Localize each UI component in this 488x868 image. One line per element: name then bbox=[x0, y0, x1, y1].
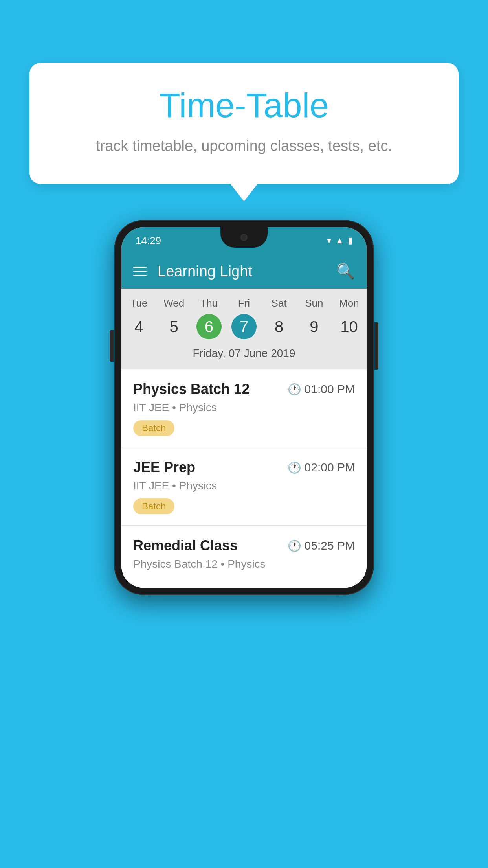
battery-icon: ▮ bbox=[348, 235, 352, 246]
notch-cutout bbox=[220, 227, 268, 248]
item-time-2: 🕐 02:00 PM bbox=[288, 461, 355, 474]
item-title-2: JEE Prep bbox=[133, 459, 195, 476]
phone-mockup: 14:29 ▾ ▲ ▮ Learning Light 🔍 bbox=[114, 220, 374, 595]
day-6-today[interactable]: 6 bbox=[196, 314, 222, 339]
schedule-list: Physics Batch 12 🕐 01:00 PM IIT JEE • Ph… bbox=[121, 369, 367, 588]
schedule-item-2[interactable]: JEE Prep 🕐 02:00 PM IIT JEE • Physics Ba… bbox=[121, 447, 367, 526]
search-icon[interactable]: 🔍 bbox=[336, 263, 355, 280]
day-header-thu: Thu bbox=[191, 296, 226, 311]
phone-outer: 14:29 ▾ ▲ ▮ Learning Light 🔍 bbox=[114, 220, 374, 595]
wifi-icon: ▾ bbox=[327, 235, 331, 246]
status-time: 14:29 bbox=[136, 235, 161, 247]
schedule-item-3[interactable]: Remedial Class 🕐 05:25 PM Physics Batch … bbox=[121, 526, 367, 588]
app-title: Learning Light bbox=[158, 263, 325, 280]
status-bar: 14:29 ▾ ▲ ▮ bbox=[121, 227, 367, 254]
item-subtitle-2: IIT JEE • Physics bbox=[133, 480, 355, 492]
camera-dot bbox=[240, 234, 248, 241]
calendar-week: Tue Wed Thu Fri Sat Sun Mon 4 5 6 7 8 9 … bbox=[121, 289, 367, 369]
day-10[interactable]: 10 bbox=[336, 314, 361, 339]
hamburger-icon[interactable] bbox=[133, 267, 147, 276]
item-time-3: 🕐 05:25 PM bbox=[288, 539, 355, 552]
item-title-1: Physics Batch 12 bbox=[133, 381, 250, 397]
day-header-wed: Wed bbox=[156, 296, 191, 311]
day-header-fri: Fri bbox=[226, 296, 261, 311]
schedule-item-1[interactable]: Physics Batch 12 🕐 01:00 PM IIT JEE • Ph… bbox=[121, 369, 367, 447]
day-7-selected[interactable]: 7 bbox=[231, 314, 257, 339]
day-header-mon: Mon bbox=[332, 296, 367, 311]
clock-icon-3: 🕐 bbox=[288, 539, 301, 552]
batch-tag-2: Batch bbox=[133, 498, 174, 514]
day-header-tue: Tue bbox=[121, 296, 156, 311]
day-numbers: 4 5 6 7 8 9 10 bbox=[121, 314, 367, 343]
item-subtitle-1: IIT JEE • Physics bbox=[133, 401, 355, 414]
signal-icon: ▲ bbox=[335, 235, 344, 246]
item-row3: Remedial Class 🕐 05:25 PM bbox=[133, 537, 355, 554]
item-row2: JEE Prep 🕐 02:00 PM bbox=[133, 459, 355, 476]
item-subtitle-3: Physics Batch 12 • Physics bbox=[133, 558, 355, 570]
item-row1: Physics Batch 12 🕐 01:00 PM bbox=[133, 381, 355, 397]
app-bar: Learning Light 🔍 bbox=[121, 254, 367, 289]
day-8[interactable]: 8 bbox=[266, 314, 292, 339]
status-icons: ▾ ▲ ▮ bbox=[327, 235, 352, 246]
phone-screen: 14:29 ▾ ▲ ▮ Learning Light 🔍 bbox=[121, 227, 367, 588]
item-title-3: Remedial Class bbox=[133, 537, 238, 554]
batch-tag-1: Batch bbox=[133, 420, 174, 436]
speech-bubble: Time-Table track timetable, upcoming cla… bbox=[29, 63, 459, 184]
clock-icon-2: 🕐 bbox=[288, 461, 301, 474]
day-header-sat: Sat bbox=[262, 296, 297, 311]
day-9[interactable]: 9 bbox=[301, 314, 327, 339]
bubble-subtitle: track timetable, upcoming classes, tests… bbox=[61, 136, 427, 156]
item-time-1: 🕐 01:00 PM bbox=[288, 383, 355, 396]
speech-bubble-container: Time-Table track timetable, upcoming cla… bbox=[29, 63, 459, 184]
day-header-sun: Sun bbox=[297, 296, 332, 311]
day-headers: Tue Wed Thu Fri Sat Sun Mon bbox=[121, 296, 367, 311]
bubble-title: Time-Table bbox=[61, 86, 427, 125]
day-4[interactable]: 4 bbox=[127, 314, 152, 339]
day-5[interactable]: 5 bbox=[161, 314, 187, 339]
clock-icon-1: 🕐 bbox=[288, 383, 301, 396]
date-label: Friday, 07 June 2019 bbox=[121, 343, 367, 367]
